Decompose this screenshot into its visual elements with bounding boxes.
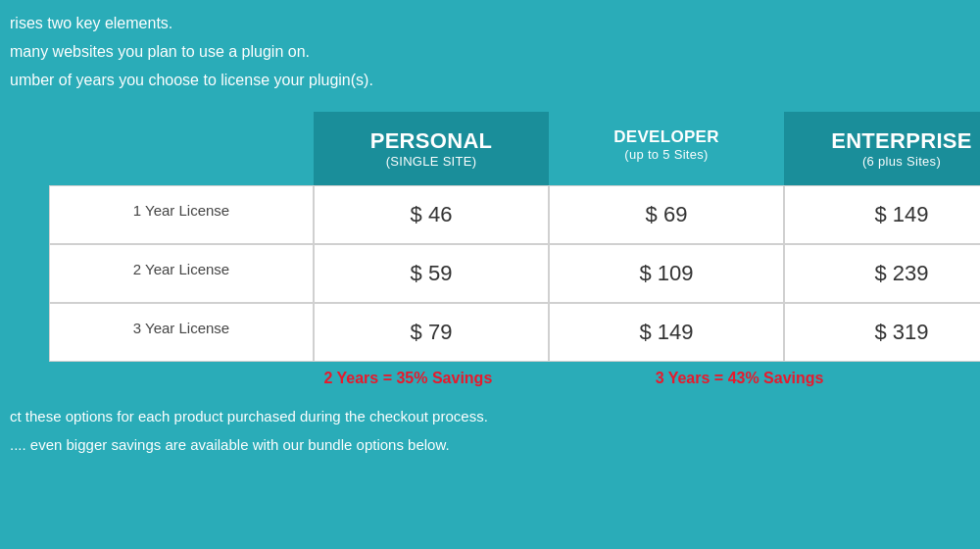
- savings-3year-text: 3 Years = 43% Savings: [656, 370, 824, 386]
- savings-3year: 3 Years = 43% Savings: [518, 370, 960, 387]
- row3-personal: $ 79: [314, 303, 549, 362]
- header-enterprise: ENTERPRISE (6 plus Sites): [784, 112, 980, 185]
- intro-line-2: many websites you plan to use a plugin o…: [10, 38, 960, 65]
- row3-enterprise: $ 319: [784, 303, 980, 362]
- savings-2year-text: 2 Years = 35% Savings: [323, 370, 492, 386]
- row1-developer: $ 69: [549, 185, 784, 244]
- row2-enterprise: $ 239: [784, 244, 980, 303]
- footer-text: ct these options for each product purcha…: [10, 403, 960, 458]
- enterprise-plan-sub: (6 plus Sites): [795, 154, 980, 169]
- footer-line-1: ct these options for each product purcha…: [10, 403, 960, 429]
- savings-row: 2 Years = 35% Savings 3 Years = 43% Savi…: [49, 370, 960, 387]
- page-wrapper: rises two key elements. many websites yo…: [0, 0, 980, 470]
- row1-enterprise: $ 149: [784, 185, 980, 244]
- header-developer: DEVELOPER (up to 5 Sites): [549, 112, 784, 185]
- pricing-table: PERSONAL (SINGLE SITE) DEVELOPER (up to …: [49, 112, 960, 362]
- header-empty: [49, 112, 314, 185]
- intro-line-1: rises two key elements.: [10, 10, 960, 36]
- savings-2year: 2 Years = 35% Savings: [298, 370, 518, 387]
- header-personal: PERSONAL (SINGLE SITE): [314, 112, 549, 185]
- row1-personal: $ 46: [314, 185, 549, 244]
- row2-personal: $ 59: [314, 244, 549, 303]
- personal-plan-name: PERSONAL: [370, 128, 493, 153]
- enterprise-plan-name: ENTERPRISE: [831, 128, 972, 153]
- developer-plan-name: DEVELOPER: [613, 127, 719, 146]
- developer-plan-sub: (up to 5 Sites): [559, 147, 774, 162]
- intro-text: rises two key elements. many websites yo…: [10, 10, 960, 94]
- row3-label: 3 Year License: [49, 303, 314, 362]
- pricing-container: PERSONAL (SINGLE SITE) DEVELOPER (up to …: [49, 112, 960, 387]
- row2-label: 2 Year License: [49, 244, 314, 303]
- intro-line-3: umber of years you choose to license you…: [10, 67, 960, 93]
- footer-line-2: .... even bigger savings are available w…: [10, 431, 960, 458]
- row1-label: 1 Year License: [49, 185, 314, 244]
- row3-developer: $ 149: [549, 303, 784, 362]
- row2-developer: $ 109: [549, 244, 784, 303]
- personal-plan-sub: (SINGLE SITE): [324, 154, 538, 169]
